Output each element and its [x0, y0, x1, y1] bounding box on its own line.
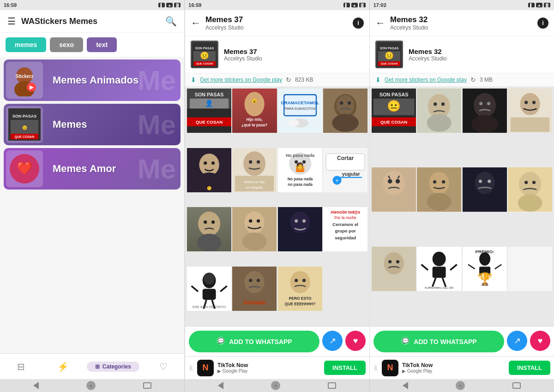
download-link-1[interactable]: Get more stickers on Google play	[200, 77, 282, 83]
recent-nav-btn-mid[interactable]	[328, 382, 336, 389]
hamburger-icon[interactable]: ☰	[7, 16, 16, 27]
svg-text:¿qué te pasa?: ¿qué te pasa?	[241, 123, 268, 127]
add-whatsapp-btn-1[interactable]: 💬 ADD TO WHATSAPP	[189, 331, 319, 352]
pack-thumbnail-2: SON PASAS 😐 QUE COSAN	[375, 41, 403, 68]
sticker-cell[interactable]	[463, 89, 507, 133]
add-whatsapp-btn-2[interactable]: 💬 ADD TO WHATSAPP	[373, 331, 504, 352]
sticker-cell[interactable]: SUBNORMAL DEL DÍA	[417, 247, 461, 291]
svg-text:🏆: 🏆	[477, 272, 493, 286]
sticker-cell[interactable]: Cortar + yugular	[323, 148, 367, 192]
sticker-cell[interactable]	[372, 167, 416, 212]
recent-nav-btn-left[interactable]	[143, 382, 151, 389]
sticker-cell[interactable]	[463, 167, 507, 212]
category-item-animados[interactable]: Stickerz ▶ Memes Animados Me	[4, 59, 181, 101]
back-nav-btn-mid[interactable]	[218, 382, 223, 389]
sticker-cell[interactable]: Atención tod@s Por la noche Cerramos el …	[323, 207, 367, 251]
home-nav-btn-left[interactable]: ○	[86, 381, 96, 390]
svg-point-154	[427, 193, 452, 211]
sticker-cell[interactable]: PERO ESTO QUE EEEHHHH?	[278, 267, 322, 311]
sticker-cell[interactable]: SON PASAS 😐 QUE COSAN	[372, 89, 416, 133]
pack-info-row-2: SON PASAS 😐 QUE COSAN Memes 32 Accelrys …	[370, 36, 554, 73]
heart-icon-2: ♥	[538, 336, 543, 346]
signal-icon-3: ▌	[528, 3, 535, 7]
fav-btn-1[interactable]: ♥	[345, 331, 366, 351]
sticker-cell[interactable]	[232, 207, 277, 251]
svg-point-135	[474, 93, 496, 118]
download-link-2[interactable]: Get more stickers on Google play	[385, 77, 467, 83]
svg-point-161	[524, 181, 528, 184]
search-icon[interactable]: 🔍	[165, 16, 177, 27]
nav-favorites[interactable]: ♡	[142, 361, 184, 372]
time-3: 17:02	[373, 2, 386, 8]
info-btn-2[interactable]: i	[537, 18, 548, 29]
category-item-amor[interactable]: ❤️ Memes Amor Me	[4, 148, 181, 190]
svg-point-132	[441, 102, 445, 106]
svg-point-52	[249, 160, 252, 163]
category-list: Stickerz ▶ Memes Animados Me SON PASAS 😐	[0, 57, 184, 353]
sticker-cell[interactable]: 😕	[187, 148, 231, 192]
svg-text:💬: 💬	[217, 337, 224, 344]
pill-text[interactable]: text	[87, 37, 117, 52]
status-bar-3: 17:02 ▌ ▲ ▓	[370, 0, 554, 10]
category-item-memes[interactable]: SON PASAS 😐 QUE COSAN Memes Me	[4, 104, 181, 145]
sticker-cell[interactable]: No pasa nada No pasa nada no pasa nada 🤷	[278, 148, 322, 192]
ad-label-2: Ad	[373, 365, 378, 370]
nav-flash[interactable]: ⚡	[42, 361, 84, 372]
svg-point-76	[197, 234, 222, 252]
sticker-cell[interactable]	[372, 247, 416, 291]
install-btn-1[interactable]: INSTALL	[324, 361, 366, 375]
svg-text:yugular: yugular	[342, 171, 360, 177]
share-btn-2[interactable]: ↗	[507, 331, 527, 351]
svg-point-137	[487, 102, 490, 105]
back-btn-1[interactable]: ←	[191, 17, 201, 29]
back-nav-btn-right[interactable]	[403, 382, 408, 389]
recent-nav-btn-right[interactable]	[512, 382, 521, 389]
pill-memes[interactable]: memes	[6, 37, 46, 52]
ad-app-name-1: TikTok Now	[217, 362, 320, 368]
back-nav-btn-left[interactable]	[33, 382, 39, 389]
svg-point-95	[204, 273, 215, 284]
sticker-cell[interactable]	[417, 89, 461, 133]
svg-point-136	[479, 102, 482, 105]
fav-btn-2[interactable]: ♥	[530, 331, 550, 351]
sticker-cell[interactable]: ERE ASIN DE TONTO	[187, 267, 231, 311]
pill-sexo[interactable]: sexo	[50, 37, 83, 52]
nav-grid[interactable]: ⊟	[0, 361, 42, 372]
svg-text:SON PASAS: SON PASAS	[12, 114, 36, 119]
svg-text:no pasa nada: no pasa nada	[288, 182, 313, 186]
sticker-cell[interactable]: DRAMACETAMOL PARA SUAVECITOS	[278, 89, 322, 133]
sticker-cell[interactable]	[508, 247, 552, 291]
sticker-cell[interactable]: SON PASAS 👤 QUE COSAN	[187, 89, 231, 133]
sticker-cell[interactable]	[187, 207, 231, 251]
sticker-cell[interactable]: PREMIO: 🏆	[463, 247, 507, 291]
sticker-cell[interactable]: 😮 Hijo mío, ¿qué te pasa?	[232, 89, 277, 133]
tiktok-icon-1: N	[197, 360, 214, 376]
share-btn-1[interactable]: ↗	[322, 331, 343, 351]
install-btn-2[interactable]: INSTALL	[509, 361, 550, 375]
svg-text:grupo por: grupo por	[335, 228, 356, 233]
home-nav-btn-mid[interactable]: ○	[271, 381, 280, 390]
sticker-cell[interactable]	[417, 167, 461, 212]
back-btn-2[interactable]: ←	[375, 17, 385, 29]
nav-categories[interactable]: ⊞ Categories	[87, 362, 140, 372]
bottom-nav: ⊟ ⚡ ⊞ Categories ♡	[0, 353, 184, 379]
svg-text:😐: 😐	[387, 99, 401, 113]
svg-point-147	[396, 179, 400, 184]
svg-point-160	[519, 172, 541, 196]
home-nav-btn-right[interactable]: ○	[456, 381, 465, 390]
sticker-cell[interactable]: Anotado	[232, 267, 277, 311]
sticker-cell[interactable]	[323, 89, 367, 133]
ad-app-name-2: TikTok Now	[402, 362, 505, 368]
category-name-amor: Memes Amor	[45, 163, 123, 175]
svg-point-27	[245, 92, 265, 116]
svg-point-163	[518, 194, 542, 212]
info-btn-1[interactable]: i	[353, 18, 364, 29]
sticker-cell[interactable]: señora su hijo es estupido	[232, 148, 277, 192]
sticker-cell[interactable]	[508, 167, 552, 212]
sticker-cell[interactable]	[278, 207, 322, 251]
svg-text:😮: 😮	[252, 98, 258, 104]
panel-title-group-1: Memes 37 Accelrys Studio	[205, 15, 353, 31]
ad-banner-2: Ad N TikTok Now ▶ Google Play INSTALL	[370, 356, 554, 379]
sticker-cell[interactable]	[508, 89, 552, 133]
add-wa-label-2: ADD TO WHATSAPP	[414, 338, 476, 345]
